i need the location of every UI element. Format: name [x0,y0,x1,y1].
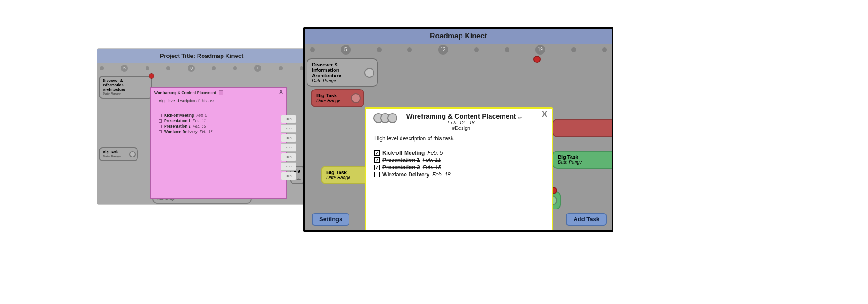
avatar-icon[interactable] [387,113,397,123]
task-date: Date Range [558,160,613,165]
drag-handle-icon[interactable] [351,93,361,103]
icon-button[interactable]: Icon [281,172,296,180]
task-date: Date Range [103,155,129,159]
timeline-dot [602,48,607,52]
timeline-dot [146,66,149,70]
checklist: ✔ Kick-off Meeting Feb. 5 ✔ Presentation… [366,144,552,178]
task-detail-popup: X Wireframing & Content Placement High l… [150,87,287,199]
checkbox-icon[interactable] [159,125,162,128]
task-title: Discover & Information Architecture [312,62,364,78]
checklist: Kick-off Meeting Feb. 5 Presentation 1 F… [151,108,286,134]
checklist-item[interactable]: Presentation 2 Feb. 15 [159,124,278,128]
timeline-dot [212,66,216,70]
timeline-dot [474,48,479,52]
checkbox-icon[interactable]: ✔ [374,157,380,163]
timeline-marker: 1 [254,65,261,72]
task-date: Date Range [103,92,143,96]
timeline-dot [407,48,412,52]
icon-button[interactable]: Icon [281,153,296,161]
task-card-discover[interactable]: Discover & Information Architecture Date… [99,76,152,99]
checklist-item[interactable]: ✔ Kick-off Meeting Feb. 5 [374,150,543,156]
popup-description: High level description of this task. [366,131,552,144]
checklist-item[interactable]: Kick-off Meeting Feb. 5 [159,113,278,118]
popup-title: Wireframing & Content Placement [393,112,529,120]
timeline-marker: 19 [535,45,545,55]
popup-tag: #Design [393,125,529,131]
alert-badge-icon [149,73,154,79]
timeline-dot [377,48,382,52]
mockup-left: Project Title: Roadmap Kinect 5 Q 1 Disc… [97,48,307,205]
close-icon[interactable]: X [279,90,283,95]
icon-button[interactable]: Icon [281,115,296,123]
timeline-right: 5 12 19 [305,44,612,56]
checkbox-icon[interactable] [159,130,162,133]
popup-title: Wireframing & Content Placement [154,90,216,95]
timeline-marker: 5 [341,45,351,55]
drag-handle-icon[interactable] [364,68,374,78]
icon-button[interactable]: Icon [281,162,296,171]
close-icon[interactable]: X [542,110,547,119]
task-title: Discover & Information Architecture [103,79,143,92]
timeline-dot [505,48,509,52]
checklist-label: Kick-off Meeting [164,113,194,118]
task-card-discover[interactable]: Discover & Information Architecture Date… [307,58,378,87]
timeline-dot [571,48,576,52]
task-title: Big Task [316,93,351,98]
alert-badge-icon [533,56,541,63]
icon-button[interactable]: Icon [281,143,296,152]
checklist-label: Wirefame Delivery [382,171,429,178]
checklist-label: Presentation 1 [382,157,420,163]
icon-button[interactable]: Icon [281,124,296,133]
mockup-right: Roadmap Kinect 5 12 19 Discover & Inform… [303,27,613,232]
task-title: Big Task [558,154,613,160]
timeline-marker: 5 [121,65,128,72]
page-title-left: Project Title: Roadmap Kinect [97,49,306,63]
task-card-bigtask[interactable]: Big Task Date Range [99,147,138,161]
checklist-item[interactable]: ✔ Presentation 1 Feb. 11 [374,157,543,163]
checkbox-icon[interactable] [374,172,380,177]
checklist-date: Feb. 5 [427,150,443,156]
page-title-right: Roadmap Kinect [305,28,612,44]
checklist-label: Wirefame Delivery [164,129,198,134]
checklist-item[interactable]: Wirefame Delivery Feb. 18 [159,129,278,134]
checkbox-icon[interactable]: ✔ [374,165,380,170]
task-detail-popup: X ✎ Wireframing & Content Placement Feb.… [365,107,553,232]
collaborator-avatars [373,113,393,124]
checklist-date: Feb. 15 [193,124,206,128]
icon-button[interactable]: Icon [281,134,296,142]
drag-handle-icon[interactable] [129,151,136,157]
settings-button[interactable]: Settings [312,213,349,226]
icon-column: Icon Icon Icon Icon Icon Icon Icon [281,115,296,180]
timeline-marker: 12 [438,45,448,55]
checklist-date: Feb. 5 [196,113,207,118]
task-card-bigtask[interactable] [552,119,613,137]
timeline-dot [100,66,104,70]
checkbox-icon[interactable]: ✔ [374,150,380,156]
checklist-date: Feb. 15 [423,164,441,171]
add-task-button[interactable]: Add Task [566,213,607,226]
checkbox-icon[interactable] [159,119,162,123]
checklist-item[interactable]: Wirefame Delivery Feb. 18 [374,171,543,178]
checklist-label: Presentation 1 [164,119,191,123]
checklist-label: Kick-off Meeting [382,150,425,156]
task-date: Date Range [312,78,364,83]
timeline-dot [300,66,303,70]
color-swatch-icon[interactable] [219,90,223,95]
timeline-dot [310,48,315,52]
popup-description: High level description of this task. [151,98,286,108]
timeline-marker: Q [188,65,195,72]
checklist-item[interactable]: ✔ Presentation 2 Feb. 15 [374,164,543,171]
popup-date-range: Feb. 12 - 18 [393,120,529,125]
checklist-item[interactable]: Presentation 1 Feb. 11 [159,119,278,123]
timeline-dot [279,66,283,70]
checklist-date: Feb. 18 [200,129,213,134]
checklist-date: Feb. 11 [193,119,206,123]
task-card-bigtask[interactable]: Big Task Date Range [552,151,613,169]
checklist-label: Presentation 2 [164,124,191,128]
task-date: Date Range [316,98,351,103]
timeline-left: 5 Q 1 [97,63,306,73]
checklist-label: Presentation 2 [382,164,420,171]
timeline-dot [233,66,237,70]
checkbox-icon[interactable] [159,114,162,117]
task-card-bigtask[interactable]: Big Task Date Range [311,89,364,107]
